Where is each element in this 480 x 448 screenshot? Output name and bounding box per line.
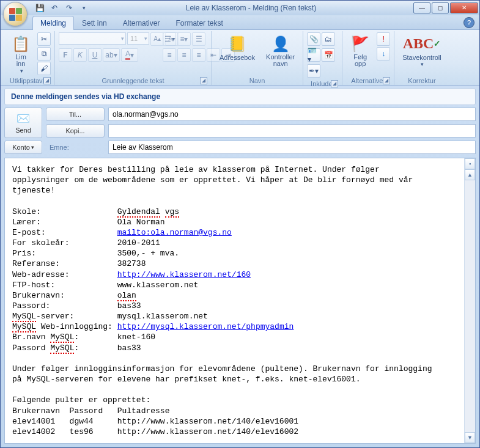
spellcheck-label: Stavekontroll	[402, 54, 441, 61]
message-header: ✉️ Send Til... Kopi...	[4, 108, 476, 138]
scroll-track[interactable]	[465, 180, 475, 432]
flag-icon: 🚩	[350, 34, 370, 54]
multilevel-icon[interactable]: ☰	[192, 32, 205, 46]
align-left-icon[interactable]: ≡	[163, 48, 176, 62]
bullets-icon[interactable]: ☰▾	[163, 32, 176, 46]
paste-label: Lim inn	[15, 54, 26, 68]
dialog-launcher-icon[interactable]: ◢	[43, 77, 51, 84]
italic-icon[interactable]: K	[73, 48, 87, 62]
align-right-icon[interactable]: ≡	[192, 48, 205, 62]
addressbook-label: Adressebok	[220, 54, 255, 61]
group-options: 🚩 Følg opp ! ↓ Alternativer◢	[342, 31, 394, 85]
clipboard-icon: 📋	[11, 34, 31, 54]
titlebar: 💾 ↶ ↷ ▾ Leie av Klasserom - Melding (Ren…	[1, 1, 479, 15]
attach-item-icon[interactable]: 🗂	[322, 32, 335, 46]
qat-dropdown-icon[interactable]: ▾	[78, 2, 90, 14]
maximize-button[interactable]: ◻	[432, 2, 449, 13]
ribbon: 📋 Lim inn ▾ ✂ ⧉ 🖌 Utklippstavle◢ 11 A▴ A	[1, 29, 479, 86]
dialog-launcher-icon[interactable]: ◢	[383, 77, 390, 84]
addressbook-button[interactable]: 📒 Adressebok	[215, 32, 259, 63]
send-label: Send	[15, 127, 31, 134]
tab-format[interactable]: Formater tekst	[168, 16, 231, 30]
scroll-up-icon[interactable]: ▲	[465, 169, 475, 180]
window-controls: — ◻ ✕	[412, 2, 478, 13]
page-select-icon[interactable]: ▪	[465, 158, 475, 169]
group-label-include: Inkluder◢	[307, 79, 338, 88]
align-center-icon[interactable]: ≡	[177, 48, 191, 62]
info-bar: Denne meldingen sendes via HD exchange	[4, 88, 476, 105]
checknames-button[interactable]: 👤 Kontroller navn	[262, 32, 299, 70]
message-body-container: Vi takker for Deres bestilling på leie a…	[4, 158, 476, 444]
chevron-down-icon: ▾	[20, 68, 23, 74]
calendar-icon[interactable]: 📅	[322, 48, 335, 62]
minimize-button[interactable]: —	[413, 2, 430, 13]
close-button[interactable]: ✕	[450, 2, 478, 13]
addressbook-icon: 📒	[227, 34, 247, 54]
subject-field[interactable]	[108, 141, 476, 154]
format-painter-icon[interactable]: 🖌	[37, 62, 51, 75]
group-basic-text: 11 A▴ A▾ F K U ab▾ A▾ ☰▾ ≡▾ ☰	[55, 31, 212, 85]
followup-label: Følg opp	[353, 54, 367, 68]
tab-message[interactable]: Melding	[32, 16, 74, 30]
redo-icon[interactable]: ↷	[63, 2, 75, 14]
group-proof: ABC✓ Stavekontroll ▾ Korrektur	[394, 31, 449, 85]
underline-icon[interactable]: U	[88, 48, 102, 62]
account-button[interactable]: Konto▾	[4, 141, 42, 154]
ribbon-tabstrip: Melding Sett inn Alternativer Formater t…	[1, 15, 479, 29]
group-label-options: Alternativer◢	[346, 76, 390, 85]
cc-button[interactable]: Kopi...	[46, 124, 105, 138]
numbering-icon[interactable]: ≡▾	[177, 32, 191, 46]
to-button[interactable]: Til...	[46, 108, 105, 121]
group-names: 📒 Adressebok 👤 Kontroller navn Navn	[212, 31, 303, 85]
paste-button[interactable]: 📋 Lim inn ▾	[7, 32, 35, 76]
office-button[interactable]	[3, 2, 28, 26]
spellcheck-icon: ABC✓	[412, 34, 432, 54]
cut-icon[interactable]: ✂	[37, 32, 51, 46]
group-label-clipboard: Utklippstavle◢	[7, 76, 51, 85]
attach-file-icon[interactable]: 📎	[307, 32, 320, 46]
group-label-basic-text: Grunnleggende tekst◢	[59, 76, 207, 85]
business-card-icon[interactable]: 🪪▾	[307, 48, 320, 62]
group-include: 📎🗂 🪪▾📅 ✒▾ Inkluder◢	[303, 31, 342, 85]
bold-icon[interactable]: F	[59, 48, 72, 62]
cc-field[interactable]	[108, 124, 476, 138]
help-icon[interactable]: ?	[463, 17, 474, 28]
grow-font-icon[interactable]: A▴	[150, 32, 164, 46]
font-family-combo[interactable]	[59, 32, 126, 45]
quick-access-toolbar: 💾 ↶ ↷ ▾	[34, 2, 90, 14]
envelope-icon: ✉️	[17, 112, 30, 125]
font-size-combo[interactable]: 11	[127, 32, 149, 45]
copy-icon[interactable]: ⧉	[37, 47, 51, 61]
dialog-launcher-icon[interactable]: ◢	[331, 80, 338, 87]
subject-label: Emne:	[46, 144, 105, 151]
scroll-down-icon[interactable]: ▼	[465, 432, 475, 443]
followup-button[interactable]: 🚩 Følg opp	[346, 32, 374, 70]
vertical-scrollbar[interactable]: ▪ ▲ ▼	[464, 158, 475, 443]
chevron-down-icon: ▾	[421, 61, 424, 67]
checknames-label: Kontroller navn	[266, 54, 295, 68]
signature-icon[interactable]: ✒▾	[307, 64, 320, 78]
dialog-launcher-icon[interactable]: ◢	[200, 77, 207, 84]
group-label-names: Navn	[215, 76, 299, 85]
spellcheck-button[interactable]: ABC✓ Stavekontroll ▾	[398, 32, 446, 69]
window-title: Leie av Klasserom - Melding (Ren tekst)	[90, 4, 412, 12]
message-body[interactable]: Vi takker for Deres bestilling på leie a…	[5, 158, 464, 443]
to-field[interactable]	[108, 108, 476, 121]
highlight-icon[interactable]: ab▾	[103, 48, 120, 62]
send-button[interactable]: ✉️ Send	[4, 108, 42, 138]
group-label-proof: Korrektur	[398, 76, 446, 85]
low-importance-icon[interactable]: ↓	[377, 47, 390, 61]
check-names-icon: 👤	[271, 34, 290, 54]
high-importance-icon[interactable]: !	[377, 32, 390, 46]
tab-options[interactable]: Alternativer	[115, 16, 168, 30]
font-color-icon[interactable]: A▾	[121, 48, 138, 62]
subject-row: Konto▾ Emne:	[4, 141, 476, 154]
undo-icon[interactable]: ↶	[48, 2, 61, 14]
tab-insert[interactable]: Sett inn	[74, 16, 115, 30]
outlook-message-window: 💾 ↶ ↷ ▾ Leie av Klasserom - Melding (Ren…	[0, 0, 480, 448]
save-icon[interactable]: 💾	[34, 2, 46, 14]
group-clipboard: 📋 Lim inn ▾ ✂ ⧉ 🖌 Utklippstavle◢	[3, 31, 55, 85]
